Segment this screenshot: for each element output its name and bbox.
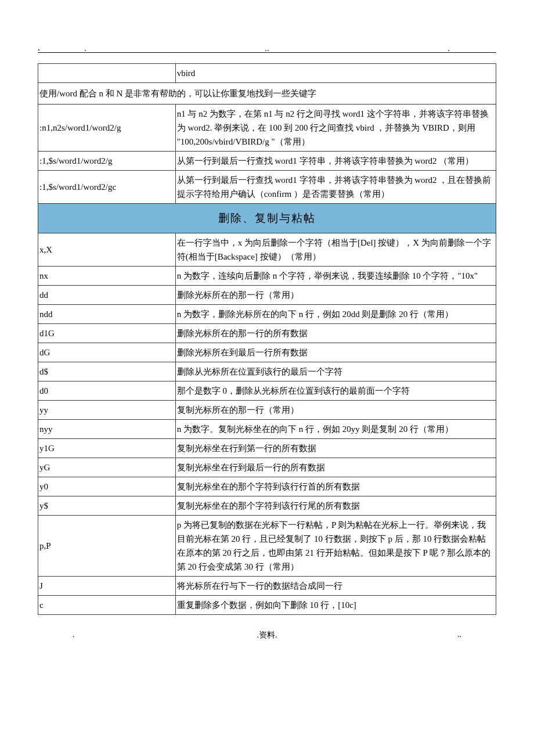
footer-text: .资料. (257, 631, 277, 639)
table-row: J将光标所在行与下一行的数据结合成同一行 (38, 577, 496, 596)
command-desc: 删除光标所在到最后一行所有数据 (175, 343, 496, 362)
command-key: :1,$s/word1/word2/g (38, 152, 176, 171)
command-key: c (38, 596, 176, 615)
table-row: y1G复制光标坐在行到第一行的所有数据 (38, 439, 496, 458)
command-desc: p 为将已复制的数据在光标下一行粘帖，P 则为粘帖在光标上一行。举例来说，我目前… (175, 516, 496, 577)
command-desc: 复制光标所在的那一行（常用） (175, 401, 496, 420)
command-desc: 删除从光标所在位置到该行的最后一个字符 (175, 362, 496, 381)
command-desc: 删除光标所在的那一行（常用） (175, 286, 496, 305)
table-row: d1G删除光标所在的那一行的所有数据 (38, 324, 496, 343)
table-row: dG删除光标所在到最后一行所有数据 (38, 343, 496, 362)
command-key: :n1,n2s/word1/word2/g (38, 105, 176, 152)
command-key: p,P (38, 516, 176, 577)
command-desc: n1 与 n2 为数字，在第 n1 与 n2 行之间寻找 word1 这个字符串… (175, 105, 496, 152)
command-desc: 复制光标坐在的那个字符到该行行首的所有数据 (175, 477, 496, 496)
command-desc: 复制光标坐在行到最后一行的所有数据 (175, 458, 496, 477)
command-desc: n 为数字，删除光标所在的向下 n 行，例如 20dd 则是删除 20 行（常用… (175, 305, 496, 324)
header-rule: . .. . (38, 52, 496, 53)
table-row: d$删除从光标所在位置到该行的最后一个字符 (38, 362, 496, 381)
header-dot-left: . (84, 44, 86, 53)
table-row: d0那个是数字 0，删除从光标所在位置到该行的最前面一个字符 (38, 381, 496, 401)
note-row: 使用/word 配合 n 和 N 是非常有帮助的，可以让你重复地找到一些关键字 (38, 83, 496, 105)
command-key: dG (38, 343, 176, 362)
command-desc: 从第一行到最后一行查找 word1 字符串，并将该字符串替换为 word2 （常… (175, 152, 496, 171)
command-key: d$ (38, 362, 176, 381)
footer-dot-right: .. (457, 630, 461, 639)
command-key: y1G (38, 439, 176, 458)
table-row: nxn 为数字，连续向后删除 n 个字符，举例来说，我要连续删除 10 个字符，… (38, 267, 496, 286)
command-desc: 那个是数字 0，删除从光标所在位置到该行的最前面一个字符 (175, 381, 496, 401)
command-key: J (38, 577, 176, 596)
command-key: yG (38, 458, 176, 477)
page-footer: . .资料. .. (38, 630, 496, 640)
command-desc: 复制光标坐在行到第一行的所有数据 (175, 439, 496, 458)
command-table: vbird使用/word 配合 n 和 N 是非常有帮助的，可以让你重复地找到一… (38, 63, 496, 615)
command-key: x,X (38, 233, 176, 267)
command-key: d0 (38, 381, 176, 401)
table-row: p,Pp 为将已复制的数据在光标下一行粘帖，P 则为粘帖在光标上一行。举例来说，… (38, 516, 496, 577)
command-key: d1G (38, 324, 176, 343)
section-header: 删除、复制与粘帖 (38, 204, 496, 233)
command-key (38, 64, 176, 83)
command-desc: vbird (175, 64, 496, 83)
table-row: yy复制光标所在的那一行（常用） (38, 401, 496, 420)
table-row: :1,$s/word1/word2/g从第一行到最后一行查找 word1 字符串… (38, 152, 496, 171)
table-row: nyyn 为数字。复制光标坐在的向下 n 行，例如 20yy 则是复制 20 行… (38, 420, 496, 439)
command-key: y0 (38, 477, 176, 496)
header-dot-mid: .. (265, 44, 269, 53)
command-desc: 复制光标坐在的那个字符到该行行尾的所有数据 (175, 496, 496, 516)
command-key: yy (38, 401, 176, 420)
header-dot-right: . (448, 44, 450, 53)
command-desc: n 为数字。复制光标坐在的向下 n 行，例如 20yy 则是复制 20 行（常用… (175, 420, 496, 439)
table-row: x,X在一行字当中，x 为向后删除一个字符（相当于[Del] 按键），X 为向前… (38, 233, 496, 267)
table-row: yG复制光标坐在行到最后一行的所有数据 (38, 458, 496, 477)
table-row: y$复制光标坐在的那个字符到该行行尾的所有数据 (38, 496, 496, 516)
command-desc: 从第一行到最后一行查找 word1 字符串，并将该字符串替换为 word2 ，且… (175, 171, 496, 204)
command-desc: 在一行字当中，x 为向后删除一个字符（相当于[Del] 按键），X 为向前删除一… (175, 233, 496, 267)
table-row: :1,$s/word1/word2/gc从第一行到最后一行查找 word1 字符… (38, 171, 496, 204)
table-row: y0复制光标坐在的那个字符到该行行首的所有数据 (38, 477, 496, 496)
command-key: nx (38, 267, 176, 286)
table-row: :n1,n2s/word1/word2/gn1 与 n2 为数字，在第 n1 与… (38, 105, 496, 152)
command-key: y$ (38, 496, 176, 516)
table-row: c重复删除多个数据，例如向下删除 10 行，[10c] (38, 596, 496, 615)
table-row: nddn 为数字，删除光标所在的向下 n 行，例如 20dd 则是删除 20 行… (38, 305, 496, 324)
command-desc: 将光标所在行与下一行的数据结合成同一行 (175, 577, 496, 596)
command-desc: 删除光标所在的那一行的所有数据 (175, 324, 496, 343)
table-row: dd删除光标所在的那一行（常用） (38, 286, 496, 305)
footer-dot-left: . (73, 630, 75, 639)
command-desc: n 为数字，连续向后删除 n 个字符，举例来说，我要连续删除 10 个字符，"1… (175, 267, 496, 286)
table-row: vbird (38, 64, 496, 83)
command-key: ndd (38, 305, 176, 324)
command-key: dd (38, 286, 176, 305)
command-key: :1,$s/word1/word2/gc (38, 171, 176, 204)
command-desc: 重复删除多个数据，例如向下删除 10 行，[10c] (175, 596, 496, 615)
command-key: nyy (38, 420, 176, 439)
